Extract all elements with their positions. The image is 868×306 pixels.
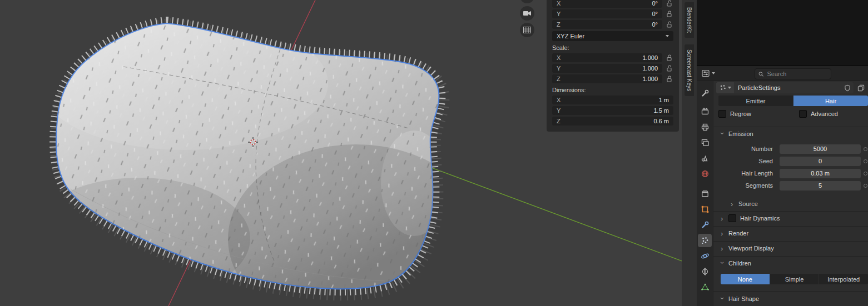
children-option-interpolated[interactable]: Interpolated <box>819 274 868 284</box>
field-value: 0 <box>819 158 822 164</box>
panel-header-hair-dynamics[interactable]: › Hair Dynamics <box>713 213 868 224</box>
panel-header-viewport-display[interactable]: › Viewport Display <box>713 243 868 254</box>
tab-tool[interactable] <box>698 87 712 100</box>
editor-type-button[interactable] <box>701 68 715 78</box>
toggle-grid-gizmo[interactable] <box>520 23 534 37</box>
hair-length-field[interactable]: 0.03 m <box>780 169 861 178</box>
rotation-z-field[interactable]: Z 0° <box>552 20 662 29</box>
tab-scene[interactable] <box>698 152 712 165</box>
panel-title: Hair Shape <box>728 295 759 302</box>
lock-icon[interactable] <box>666 0 673 7</box>
tab-object-data[interactable] <box>698 280 712 294</box>
children-option-simple[interactable]: Simple <box>770 274 819 284</box>
tab-view-layer[interactable] <box>698 136 712 149</box>
property-tab-column <box>697 81 713 306</box>
scale-z-field[interactable]: Z 1.000 <box>552 74 662 83</box>
panel-title: Viewport Display <box>728 245 774 252</box>
rotation-x-field[interactable]: X 0° <box>552 0 662 8</box>
sidebar-tab-screencast-keys[interactable]: Screencast Keys <box>685 44 694 96</box>
panel-header-source[interactable]: › Source <box>713 198 868 209</box>
axis-label: Y <box>557 107 561 114</box>
search-input[interactable] <box>766 70 827 78</box>
field-value: 5 <box>819 182 822 189</box>
panel-title: Emission <box>728 131 753 137</box>
rotation-mode-dropdown[interactable]: XYZ Euler <box>552 31 673 41</box>
panel-header-emission[interactable]: › Emission <box>713 128 868 139</box>
axis-value: 1.000 <box>642 76 658 82</box>
scene-icon <box>701 154 710 163</box>
panel-header-hair-shape[interactable]: › Hair Shape <box>713 293 868 304</box>
scale-x-row: X 1.000 <box>552 53 673 62</box>
tab-world[interactable] <box>698 167 712 180</box>
properties-editor: ParticleSettings Emitter <box>697 0 868 306</box>
seed-field[interactable]: 0 <box>780 157 861 166</box>
lock-icon[interactable] <box>666 11 673 17</box>
lock-icon[interactable] <box>666 54 673 61</box>
panel-header-render[interactable]: › Render <box>713 228 868 239</box>
tab-particles[interactable] <box>698 234 712 247</box>
particle-settings-id-field[interactable]: ParticleSettings <box>716 82 854 93</box>
tab-physics[interactable] <box>698 249 712 263</box>
decorator-dot[interactable] <box>864 172 867 175</box>
advanced-option[interactable]: Advanced <box>799 110 838 118</box>
dimensions-y-row: Y 1.5 m <box>552 106 673 115</box>
panel-title: Render <box>728 230 748 237</box>
advanced-checkbox[interactable] <box>799 110 807 118</box>
segments-field[interactable]: 5 <box>780 181 861 190</box>
tab-constraints[interactable] <box>698 265 712 278</box>
particles-icon <box>701 236 710 245</box>
axis-value: 0.6 m <box>653 118 669 124</box>
tab-object[interactable] <box>698 203 712 216</box>
decorator-dot[interactable] <box>864 184 867 188</box>
output-icon <box>701 123 710 132</box>
world-icon <box>701 169 710 178</box>
lock-icon[interactable] <box>666 76 673 82</box>
regrow-option[interactable]: Regrow <box>718 110 751 118</box>
particle-settings-browse-dropdown[interactable] <box>716 82 734 93</box>
axis-value: 1.5 m <box>653 107 669 114</box>
segments-row: Segments 5 <box>713 180 868 190</box>
scale-x-field[interactable]: X 1.000 <box>552 53 662 62</box>
fake-user-shield-icon[interactable] <box>844 84 851 92</box>
lock-icon[interactable] <box>666 21 673 28</box>
hair-dynamics-checkbox[interactable] <box>728 214 736 222</box>
chevron-down-icon: › <box>719 132 726 136</box>
id-name[interactable]: ParticleSettings <box>738 84 780 91</box>
rotation-y-field[interactable]: Y 0° <box>552 9 662 18</box>
chevron-right-icon: › <box>721 215 725 222</box>
tab-output[interactable] <box>698 121 712 134</box>
modifiers-wrench-icon <box>701 220 710 229</box>
number-field[interactable]: 5000 <box>780 144 861 154</box>
panel-header-children[interactable]: › Children <box>713 258 868 269</box>
mode-tab-hair[interactable]: Hair <box>793 96 868 106</box>
particle-mode-tabs: Emitter Hair <box>718 96 868 106</box>
children-option-none[interactable]: None <box>721 274 770 284</box>
dimensions-z-field[interactable]: Z 0.6 m <box>552 117 673 126</box>
camera-view-gizmo[interactable] <box>520 6 534 21</box>
scale-y-field[interactable]: Y 1.000 <box>552 64 662 73</box>
tab-modifiers[interactable] <box>698 218 712 232</box>
axis-label: X <box>557 54 561 61</box>
mode-tab-emitter[interactable]: Emitter <box>718 96 793 106</box>
dimensions-x-field[interactable]: X 1 m <box>552 96 673 104</box>
lock-icon[interactable] <box>666 65 673 72</box>
search-box[interactable] <box>755 68 831 79</box>
dimensions-y-field[interactable]: Y 1.5 m <box>552 106 673 115</box>
sidebar-tab-blenderkit[interactable]: BlenderKit <box>685 2 694 38</box>
outliner-region[interactable] <box>697 0 868 66</box>
dimensions-section-label: Dimensions: <box>552 87 673 93</box>
decorator-dot[interactable] <box>864 159 867 163</box>
collection-icon <box>701 189 710 198</box>
axis-label: Z <box>557 76 561 82</box>
tab-render[interactable] <box>698 105 712 118</box>
axis-label: Y <box>557 11 561 17</box>
axis-label: Z <box>557 118 561 124</box>
view-layer-icon <box>701 138 710 147</box>
tab-collection[interactable] <box>698 187 712 200</box>
regrow-checkbox[interactable] <box>718 110 726 118</box>
field-label: Seed <box>713 158 773 164</box>
chevron-down-icon: › <box>719 297 726 301</box>
decorator-dot[interactable] <box>864 147 867 151</box>
field-value: 0.03 m <box>811 170 830 177</box>
duplicate-id-button[interactable] <box>855 82 866 93</box>
